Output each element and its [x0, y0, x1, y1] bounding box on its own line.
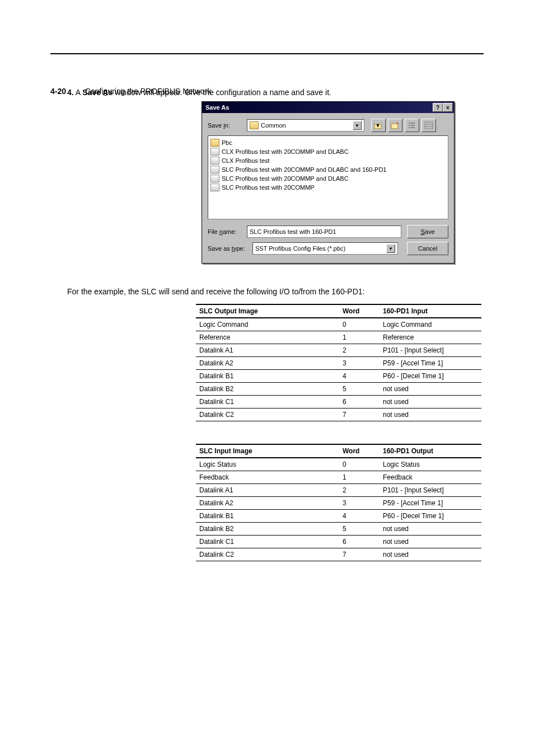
- table-row: Datalink A12P101 - [Input Select]: [196, 344, 481, 357]
- svg-rect-5: [411, 125, 415, 126]
- list-item[interactable]: SLC Profibus test with 20COMMP and DLABC…: [210, 165, 446, 174]
- table-row: Logic Command0Logic Command: [196, 318, 481, 331]
- table-row: Datalink C16not used: [196, 536, 481, 548]
- table-cell: Logic Command: [196, 318, 339, 331]
- chevron-down-icon[interactable]: ▼: [353, 121, 362, 130]
- table-cell: Reference: [380, 331, 481, 344]
- details-icon: [424, 121, 433, 129]
- page-header-left: 4-20 Configuring the PROFIBUS Network: [50, 87, 212, 96]
- list-item[interactable]: SLC Profibus test with 20COMMP: [210, 183, 446, 192]
- svg-rect-3: [411, 123, 415, 124]
- table-cell: 4: [339, 510, 380, 523]
- table-row: Datalink B25not used: [196, 523, 481, 536]
- table-row: Datalink C16not used: [196, 396, 481, 408]
- table-cell: 4: [339, 370, 380, 383]
- table-cell: 5: [339, 383, 380, 396]
- table-cell: Datalink A1: [196, 344, 339, 357]
- folder-up-icon: [374, 121, 383, 129]
- col-header: Word: [339, 304, 380, 318]
- up-one-level-button[interactable]: [371, 119, 386, 132]
- table-row: Datalink A23P59 - [Accel Time 1]: [196, 497, 481, 510]
- table-cell: 1: [339, 471, 380, 484]
- col-header: SLC Output Image: [196, 304, 339, 318]
- dialog-titlebar: Save As ? ×: [202, 102, 454, 113]
- table-row: Logic Status0Logic Status: [196, 458, 481, 471]
- svg-rect-4: [409, 125, 410, 126]
- chevron-down-icon[interactable]: ▼: [386, 244, 395, 253]
- save-in-dropdown[interactable]: Common ▼: [247, 119, 364, 132]
- file-list[interactable]: Pbc CLX Profibus test with 20COMMP and D…: [208, 135, 448, 219]
- file-name-value: SLC Profibus test with 160-PD1: [250, 228, 336, 235]
- table-row: Datalink B14P60 - [Decel Time 1]: [196, 510, 481, 523]
- table-cell: Datalink C2: [196, 548, 339, 561]
- list-item[interactable]: Pbc: [210, 138, 446, 147]
- file-name: SLC Profibus test with 20COMMP and DLABC: [222, 174, 349, 183]
- col-header: 160-PD1 Output: [380, 444, 481, 458]
- table-cell: Logic Status: [196, 458, 339, 471]
- table-cell: P59 - [Accel Time 1]: [380, 497, 481, 510]
- file-name-input[interactable]: SLC Profibus test with 160-PD1: [247, 226, 401, 238]
- save-in-label: Save in:: [208, 122, 247, 129]
- file-name-label: File name:: [208, 228, 247, 235]
- table-cell: Datalink B1: [196, 370, 339, 383]
- table-cell: Datalink B2: [196, 523, 339, 536]
- table-cell: Reference: [196, 331, 339, 344]
- table-cell: not used: [380, 536, 481, 548]
- file-name: Pbc: [222, 138, 232, 147]
- table-row: Datalink A12P101 - [Input Select]: [196, 484, 481, 497]
- table-cell: P101 - [Input Select]: [380, 344, 481, 357]
- save-as-dialog: Save As ? × Save in: Common ▼: [202, 101, 455, 264]
- input-image-table: SLC Input Image Word 160-PD1 Output Logi…: [196, 444, 481, 561]
- svg-rect-2: [409, 123, 410, 124]
- table-cell: not used: [380, 408, 481, 421]
- table-row: Datalink B14P60 - [Decel Time 1]: [196, 370, 481, 383]
- page-section-title: Configuring the PROFIBUS Network: [85, 87, 212, 96]
- list-item[interactable]: SLC Profibus test with 20COMMP and DLABC: [210, 174, 446, 183]
- svg-rect-8: [425, 122, 433, 129]
- table-cell: Logic Command: [380, 318, 481, 331]
- table-cell: 6: [339, 396, 380, 408]
- table-row: Reference1Reference: [196, 331, 481, 344]
- list-item[interactable]: CLX Profibus test: [210, 156, 446, 165]
- col-header: SLC Input Image: [196, 444, 339, 458]
- list-view-button[interactable]: [405, 119, 419, 132]
- svg-rect-6: [409, 127, 410, 128]
- output-image-table: SLC Output Image Word 160-PD1 Input Logi…: [196, 304, 481, 421]
- table-cell: Datalink A2: [196, 497, 339, 510]
- save-type-label: Save as type:: [208, 245, 252, 252]
- file-name: CLX Profibus test with 20COMMP and DLABC: [222, 147, 349, 156]
- close-button[interactable]: ×: [443, 103, 453, 112]
- cancel-button[interactable]: Cancel: [407, 242, 448, 255]
- table-cell: P59 - [Accel Time 1]: [380, 357, 481, 370]
- file-icon: [210, 166, 219, 173]
- table-row: Datalink B25not used: [196, 383, 481, 396]
- col-header: Word: [339, 444, 380, 458]
- file-icon: [210, 157, 219, 165]
- table-row: Feedback1Feedback: [196, 471, 481, 484]
- table-cell: not used: [380, 548, 481, 561]
- svg-rect-7: [411, 127, 415, 128]
- table-cell: P101 - [Input Select]: [380, 484, 481, 497]
- file-icon: [210, 184, 219, 191]
- folder-icon: [210, 139, 219, 147]
- list-item[interactable]: CLX Profibus test with 20COMMP and DLABC: [210, 147, 446, 156]
- table-cell: 6: [339, 536, 380, 548]
- help-button[interactable]: ?: [433, 103, 443, 112]
- table-cell: 1: [339, 331, 380, 344]
- table-row: Datalink C27not used: [196, 548, 481, 561]
- table-cell: Datalink B1: [196, 510, 339, 523]
- details-view-button[interactable]: [421, 119, 436, 132]
- table-cell: 7: [339, 548, 380, 561]
- new-folder-button[interactable]: [388, 119, 402, 132]
- page-number: 4-20: [50, 87, 66, 96]
- table-cell: Datalink A1: [196, 484, 339, 497]
- table-cell: Datalink B2: [196, 383, 339, 396]
- table-cell: Feedback: [196, 471, 339, 484]
- table-cell: 2: [339, 344, 380, 357]
- save-type-dropdown[interactable]: SST Profibus Config Files (*.pbc) ▼: [252, 242, 398, 255]
- table-cell: not used: [380, 396, 481, 408]
- table-cell: Datalink C1: [196, 536, 339, 548]
- table-cell: not used: [380, 383, 481, 396]
- save-button[interactable]: Save: [407, 225, 448, 238]
- table-cell: Datalink C2: [196, 408, 339, 421]
